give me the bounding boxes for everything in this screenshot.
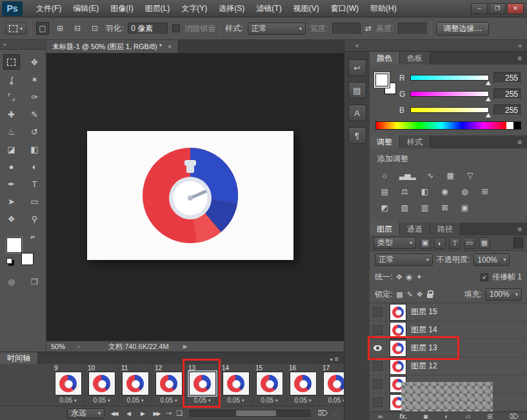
menu-image[interactable]: 图像(I) (104, 0, 139, 17)
resize-grip[interactable]: ⋰ (332, 410, 339, 417)
add-mask-icon[interactable]: ◙ (424, 413, 428, 420)
blur-tool[interactable]: ● (3, 159, 20, 174)
add-selection-button[interactable]: ⊞ (54, 22, 66, 35)
layer-row[interactable]: 图层 15 (370, 303, 527, 321)
foreground-color-swatch[interactable] (375, 74, 388, 86)
properties-panel-icon[interactable]: ▤ (348, 82, 366, 99)
smart-object-filter-icon[interactable]: ▦ (479, 237, 490, 249)
layer-thumbnail[interactable] (390, 304, 406, 321)
panel-menu-icon[interactable]: ≡ (513, 52, 527, 65)
menu-select[interactable]: 选择(S) (213, 0, 250, 17)
panel-color-swatches[interactable] (375, 74, 397, 95)
frame-thumbnail[interactable] (122, 372, 149, 395)
character-panel-icon[interactable]: A (348, 105, 366, 121)
loop-select[interactable]: 永远 ▾ (67, 408, 104, 419)
green-value-input[interactable] (493, 88, 521, 99)
rectangular-marquee-tool[interactable] (3, 54, 20, 70)
frame-thumbnail[interactable] (189, 372, 216, 395)
frame-17[interactable]: 17 0.05▾ (320, 364, 344, 406)
shape-filter-icon[interactable]: ▭ (464, 237, 475, 249)
adjustment-photo-filter-icon[interactable]: ◉ (439, 187, 450, 196)
collapse-to-icons-icon[interactable]: » (518, 42, 522, 49)
path-selection-tool[interactable]: ➤ (3, 194, 20, 209)
width-input[interactable] (332, 23, 361, 35)
tab-adjustments[interactable]: 调整 (370, 135, 400, 148)
adjustment-exposure-icon[interactable]: ▦ (445, 171, 455, 180)
green-slider[interactable] (410, 91, 489, 97)
adjustment-vibrance-icon[interactable]: ▽ (465, 171, 475, 180)
type-tool[interactable]: T (26, 176, 43, 192)
swap-dimensions-icon[interactable]: ⇄ (365, 24, 372, 33)
adjustment-posterize-icon[interactable]: ▨ (399, 203, 410, 212)
lock-position-icon[interactable]: ✥ (417, 290, 423, 299)
lock-pixels-icon[interactable]: ✎ (407, 290, 413, 299)
frame-12[interactable]: 12 0.05▾ (152, 364, 186, 406)
quick-mask-button[interactable]: ◎ (5, 275, 19, 288)
menu-type[interactable]: 文字(Y) (175, 0, 213, 17)
frame-thumbnail[interactable] (290, 372, 317, 395)
layer-style-icon[interactable]: fx. (399, 413, 407, 420)
blue-value-input[interactable] (493, 105, 521, 115)
lock-all-icon[interactable] (427, 294, 433, 298)
tab-swatches[interactable]: 色板 (400, 52, 430, 65)
zoom-tool[interactable]: ⚲ (26, 211, 43, 226)
frame-10[interactable]: 10 0.05▾ (85, 364, 119, 406)
panel-menu-icon[interactable]: ≡ (513, 223, 527, 235)
frame-14[interactable]: 14 0.05▾ (219, 364, 253, 406)
adjustment-black-white-icon[interactable]: ◧ (419, 187, 430, 196)
adjustment-gradient-map-icon[interactable]: ⊠ (439, 203, 450, 212)
adjustment-threshold-icon[interactable]: ▥ (419, 203, 430, 212)
delete-frame-icon[interactable]: ⌦ (317, 409, 328, 417)
layer-row[interactable]: 图层 12 (370, 357, 527, 375)
collapse-tools-icon[interactable]: « (0, 40, 46, 50)
adjustment-curves-icon[interactable]: ∿ (425, 171, 435, 180)
intersect-selection-button[interactable]: ⊡ (88, 22, 101, 35)
eyedropper-tool[interactable]: ✑ (26, 89, 43, 105)
zoom-level[interactable]: 50% (51, 343, 71, 350)
layer-thumbnail[interactable] (390, 358, 406, 375)
rectangle-tool[interactable]: ▭ (26, 194, 43, 209)
lock-transparency-icon[interactable]: ▩ (396, 290, 403, 299)
tween-button[interactable]: ⇢ (166, 409, 172, 417)
unify-style-icon[interactable]: ✦ (416, 273, 422, 281)
gradient-tool[interactable]: ◧ (26, 141, 43, 157)
tab-color[interactable]: 颜色 (370, 52, 400, 65)
frame-thumbnail[interactable] (55, 372, 82, 395)
previous-frame-button[interactable]: ◀ (123, 410, 133, 417)
subtract-selection-button[interactable]: ⊟ (71, 22, 84, 35)
adjustment-color-balance-icon[interactable]: ⚖ (399, 187, 410, 196)
canvas-area[interactable] (46, 54, 344, 341)
layer-row-13[interactable]: 图层 13 (370, 339, 527, 357)
layer-name[interactable]: 图层 13 (411, 343, 437, 354)
fill-select[interactable]: 100% ▾ (486, 288, 522, 301)
expand-panels-icon[interactable]: « (344, 40, 370, 52)
refine-edge-button[interactable]: 调整边缘… (436, 22, 489, 35)
adjustment-brightness-icon[interactable]: ☼ (379, 171, 390, 180)
foreground-color-swatch[interactable] (6, 237, 22, 253)
menu-filter[interactable]: 滤镜(T) (250, 0, 287, 17)
frame-16[interactable]: 16 0.05▾ (286, 364, 320, 406)
adjustment-channel-mixer-icon[interactable]: ◍ (459, 187, 470, 196)
tab-layers[interactable]: 图层 (370, 223, 400, 235)
tab-channels[interactable]: 通道 (400, 223, 430, 235)
background-color-swatch[interactable] (21, 253, 34, 265)
adjustment-filter-icon[interactable]: ◐ (434, 237, 446, 249)
red-value-input[interactable] (493, 72, 521, 83)
menu-view[interactable]: 视图(V) (288, 0, 325, 17)
pixel-filter-icon[interactable]: ▣ (419, 237, 431, 249)
menu-help[interactable]: 帮助(H) (364, 0, 403, 17)
lasso-tool[interactable]: ʆ (3, 72, 20, 87)
frame-9[interactable]: 9 0.05▾ (52, 364, 85, 406)
slider-handle[interactable] (486, 113, 491, 117)
slider-handle[interactable] (486, 97, 491, 101)
new-layer-icon[interactable]: ⊞ (487, 413, 492, 420)
status-menu-arrow-icon[interactable]: ▶ (183, 343, 188, 350)
layer-filter-toggle[interactable] (513, 237, 523, 248)
delete-layer-icon[interactable]: ⌦ (510, 413, 519, 420)
opacity-select[interactable]: 100% ▾ (473, 254, 510, 266)
frame-thumbnail[interactable] (323, 372, 344, 395)
layer-name[interactable]: 图层 12 (411, 361, 437, 372)
hand-tool[interactable]: ❖ (3, 211, 20, 226)
frame-delay[interactable]: 0.05▾ (228, 397, 244, 404)
eraser-tool[interactable]: ◪ (3, 141, 20, 157)
